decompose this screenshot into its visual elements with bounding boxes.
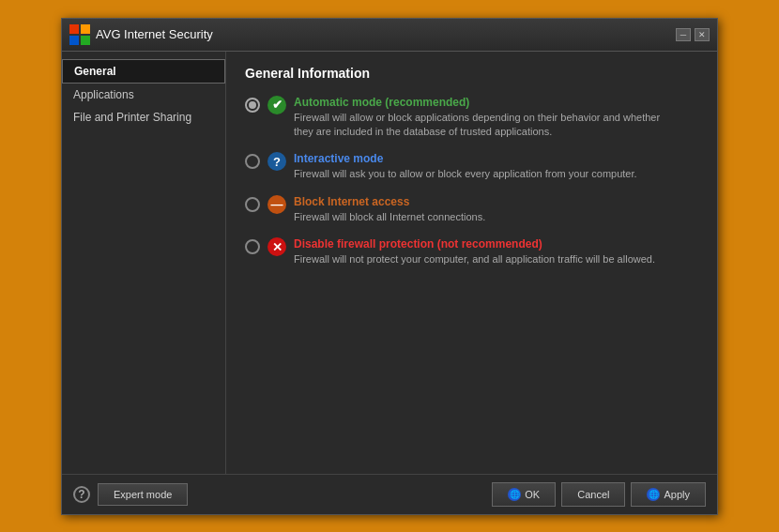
option-block: — Block Internet access Firewall will bl… <box>245 195 698 224</box>
option-disable-title: Disable firewall protection (not recomme… <box>294 237 698 251</box>
cancel-button[interactable]: Cancel <box>561 482 625 507</box>
svg-rect-3 <box>81 36 90 45</box>
main-panel: General Information ✔ Automatic mode (re… <box>226 52 717 474</box>
main-window: AVG Internet Security ─ ✕ General Applic… <box>61 18 718 515</box>
close-button[interactable]: ✕ <box>695 28 710 41</box>
option-disable-desc: Firewall will not protect your computer,… <box>294 252 698 266</box>
minimize-button[interactable]: ─ <box>676 28 691 41</box>
expert-mode-button[interactable]: Expert mode <box>98 483 188 506</box>
option-interactive-title: Interactive mode <box>294 152 698 165</box>
option-disable-text: Disable firewall protection (not recomme… <box>294 237 698 266</box>
disable-icon: ✕ <box>267 237 286 256</box>
window-title: AVG Internet Security <box>96 27 213 41</box>
radio-disable[interactable] <box>245 239 260 254</box>
option-automatic-desc: Firewall will allow or block application… <box>294 111 698 140</box>
option-automatic: ✔ Automatic mode (recommended) Firewall … <box>245 96 698 140</box>
help-button[interactable]: ? <box>73 486 90 503</box>
radio-interactive[interactable] <box>245 154 260 169</box>
svg-rect-2 <box>69 36 79 45</box>
option-disable: ✕ Disable firewall protection (not recom… <box>245 237 698 266</box>
ok-icon: 🌐 <box>508 488 521 501</box>
option-block-desc: Firewall will block all Internet connect… <box>294 210 698 224</box>
sidebar-item-applications[interactable]: Applications <box>62 84 225 106</box>
footer-left: ? Expert mode <box>73 483 188 506</box>
radio-automatic[interactable] <box>245 98 260 113</box>
option-automatic-text: Automatic mode (recommended) Firewall wi… <box>294 96 698 140</box>
svg-rect-1 <box>81 24 90 34</box>
block-icon: — <box>267 195 286 214</box>
footer-right: 🌐 OK Cancel 🌐 Apply <box>492 482 706 507</box>
option-interactive-desc: Firewall will ask you to allow or block … <box>294 167 698 181</box>
content-area: General Applications File and Printer Sh… <box>62 52 717 474</box>
avg-logo-icon <box>69 24 90 45</box>
title-controls: ─ ✕ <box>676 28 710 41</box>
option-interactive: ? Interactive mode Firewall will ask you… <box>245 152 698 181</box>
title-bar-left: AVG Internet Security <box>69 24 213 45</box>
option-block-text: Block Internet access Firewall will bloc… <box>294 195 698 224</box>
apply-icon: 🌐 <box>647 488 660 501</box>
option-automatic-title: Automatic mode (recommended) <box>294 96 698 109</box>
radio-block[interactable] <box>245 197 260 212</box>
svg-rect-0 <box>69 24 79 34</box>
interactive-icon: ? <box>267 152 286 171</box>
sidebar: General Applications File and Printer Sh… <box>62 52 226 474</box>
footer: ? Expert mode 🌐 OK Cancel 🌐 Apply <box>62 474 717 514</box>
ok-button[interactable]: 🌐 OK <box>492 482 556 507</box>
sidebar-item-file-printer[interactable]: File and Printer Sharing <box>62 106 225 129</box>
section-title: General Information <box>245 66 698 81</box>
option-block-title: Block Internet access <box>294 195 698 208</box>
sidebar-item-general[interactable]: General <box>62 59 225 84</box>
option-interactive-text: Interactive mode Firewall will ask you t… <box>294 152 698 181</box>
title-bar: AVG Internet Security ─ ✕ <box>62 19 717 52</box>
automatic-icon: ✔ <box>267 96 286 114</box>
apply-button[interactable]: 🌐 Apply <box>631 482 706 507</box>
